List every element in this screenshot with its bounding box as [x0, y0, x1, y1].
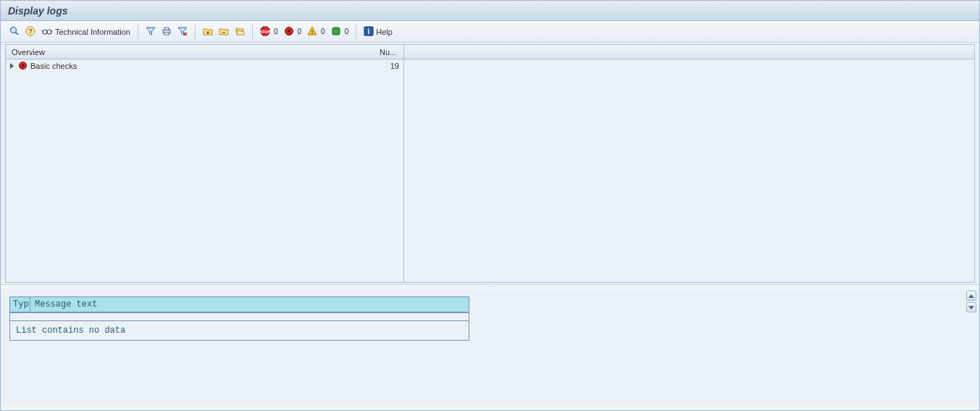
expand-all-button[interactable]: [232, 24, 248, 40]
col-header-typ[interactable]: Typ: [10, 297, 30, 312]
empty-message: List contains no data: [10, 321, 469, 340]
svg-rect-18: [332, 28, 340, 35]
svg-point-22: [22, 64, 25, 67]
question-icon: ?: [25, 25, 36, 38]
arrow-up-icon: [968, 294, 974, 298]
svg-rect-9: [164, 33, 169, 35]
svg-text:STOP: STOP: [260, 29, 270, 33]
message-table-header: Typ Message text: [10, 297, 469, 312]
technical-info-button[interactable]: Technical Information: [38, 24, 133, 40]
svg-line-1: [16, 32, 19, 35]
svg-rect-8: [164, 28, 169, 30]
num-column: Nu... 19: [377, 44, 404, 283]
filter-button[interactable]: [143, 24, 159, 40]
message-panel: Typ Message text List contains no data: [1, 289, 979, 405]
funnel-x-icon: [177, 26, 188, 38]
tree-row[interactable]: Basic checks: [6, 59, 377, 72]
svg-point-4: [43, 30, 47, 34]
message-table: Typ Message text List contains no data: [9, 296, 469, 341]
tree-row-label: Basic checks: [30, 62, 77, 70]
folders-icon: [235, 26, 245, 38]
success-icon: [331, 26, 341, 38]
error-filter-button[interactable]: [281, 24, 297, 40]
warning-count: 0: [321, 28, 325, 36]
folder-collapse-icon: [219, 26, 229, 38]
expand-button[interactable]: [200, 24, 216, 40]
glasses-icon: [41, 26, 53, 38]
toolbar-help-button[interactable]: i Help: [361, 24, 395, 40]
overview-panel: Overview Basic checks Nu... 19: [1, 43, 979, 285]
table-divider: [10, 312, 469, 321]
empty-column: [404, 44, 975, 283]
tree-header-num[interactable]: Nu...: [377, 45, 403, 59]
scroll-down-button[interactable]: [966, 302, 976, 312]
toolbar-separator: [138, 25, 138, 39]
tree-row-count: 19: [377, 59, 403, 72]
technical-info-label: Technical Information: [55, 28, 130, 36]
page-title: Display logs: [8, 5, 67, 17]
collapse-button[interactable]: [216, 24, 232, 40]
error-icon: [18, 61, 28, 72]
help-label: Help: [376, 28, 393, 36]
svg-point-5: [47, 30, 51, 34]
magnifier-icon: [9, 25, 20, 38]
arrow-down-icon: [968, 306, 974, 310]
stop-filter-button[interactable]: STOP: [257, 24, 273, 40]
print-button[interactable]: [159, 24, 175, 40]
success-count: 0: [345, 28, 349, 36]
warning-filter-button[interactable]: !: [304, 24, 320, 40]
svg-text:?: ?: [28, 28, 33, 35]
stop-count: 0: [274, 28, 278, 36]
success-filter-button[interactable]: [328, 24, 344, 40]
svg-point-0: [11, 27, 17, 33]
scroll-buttons: [966, 291, 976, 312]
col-header-text[interactable]: Message text: [30, 297, 469, 312]
message-empty-row: List contains no data: [10, 321, 469, 340]
svg-text:i: i: [368, 28, 370, 36]
funnel-icon: [146, 26, 156, 38]
toolbar-separator: [195, 25, 196, 39]
printer-icon: [162, 26, 172, 38]
help-button[interactable]: ?: [22, 24, 38, 40]
application-toolbar: ? Technical Information: [1, 21, 979, 43]
expand-arrow-icon[interactable]: [10, 63, 14, 69]
title-bar: Display logs: [1, 1, 979, 21]
error-count: 0: [298, 28, 302, 36]
tree-column: Overview Basic checks: [5, 44, 377, 283]
toolbar-separator: [356, 25, 356, 39]
tree-header-overview[interactable]: Overview: [6, 45, 377, 59]
svg-point-15: [288, 30, 290, 33]
info-icon: i: [364, 26, 374, 38]
scroll-up-button[interactable]: [966, 291, 976, 301]
filter-delete-button[interactable]: [175, 24, 190, 40]
folder-expand-icon: [203, 26, 213, 38]
svg-text:!: !: [311, 29, 314, 36]
warning-icon: !: [307, 26, 317, 38]
empty-header: [404, 45, 974, 59]
toolbar-separator: [252, 25, 253, 39]
stop-icon: STOP: [260, 26, 270, 38]
details-button[interactable]: [7, 24, 22, 40]
error-icon: [284, 26, 294, 38]
